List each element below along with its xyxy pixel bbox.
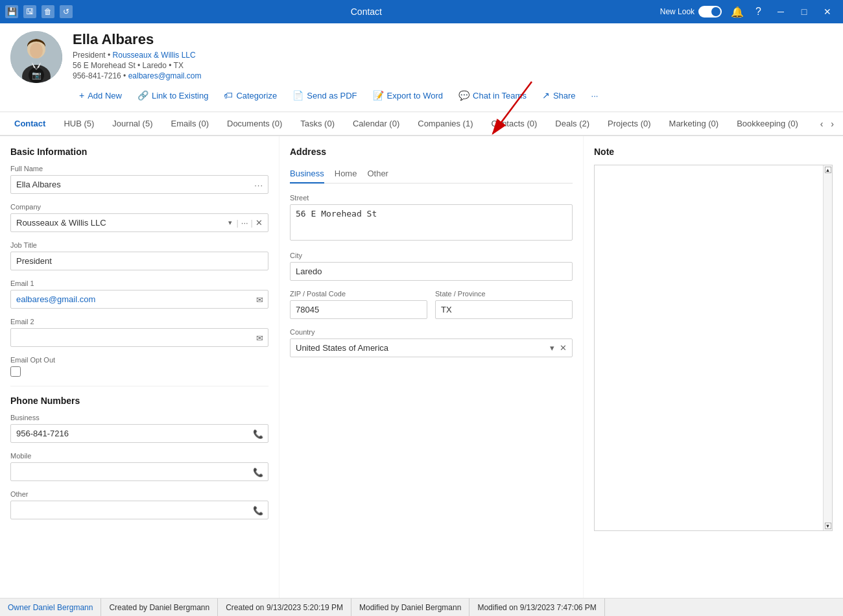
addr-tab-home[interactable]: Home	[335, 165, 357, 184]
full-name-input[interactable]	[10, 175, 268, 194]
status-modified-by: Modified by Daniel Bergmann	[351, 598, 469, 616]
tab-hub[interactable]: HUB (5)	[54, 112, 103, 136]
contact-info: Ella Albares President • Rousseaux & Wil…	[73, 31, 833, 104]
zip-field: ZIP / Postal Code	[290, 290, 427, 319]
tab-bookkeeping[interactable]: Bookkeeping (0)	[728, 112, 807, 136]
more-button[interactable]: ···	[585, 88, 605, 104]
maximize-button[interactable]: □	[794, 5, 814, 18]
tab-tasks[interactable]: Tasks (0)	[291, 112, 344, 136]
email1-input[interactable]	[10, 290, 268, 309]
state-label: State / Province	[435, 290, 573, 298]
city-input[interactable]	[290, 262, 573, 281]
export-to-word-label: Export to Word	[387, 91, 443, 101]
addr-tab-business[interactable]: Business	[290, 165, 324, 184]
note-scrollbar[interactable]: ▲ ▼	[823, 165, 832, 530]
link-to-existing-button[interactable]: 🔗 Link to Existing	[131, 87, 215, 104]
scroll-up-arrow[interactable]: ▲	[825, 167, 831, 173]
note-input[interactable]	[595, 165, 832, 528]
contact-title-company: President • Rousseaux & Willis LLC	[73, 51, 833, 60]
title-bar-right: New Look 🔔 ? ─ □ ✕	[660, 5, 838, 19]
other-phone-input[interactable]	[10, 501, 268, 519]
tab-documents[interactable]: Documents (0)	[218, 112, 291, 136]
company-divider2: |	[251, 218, 253, 228]
link-to-existing-label: Link to Existing	[152, 91, 208, 101]
contact-actions: + Add New 🔗 Link to Existing 🏷 Categoriz…	[73, 87, 833, 104]
company-clear-icon[interactable]: ✕	[255, 218, 263, 228]
contact-email-link[interactable]: ealbares@gmail.com	[128, 71, 202, 80]
business-phone-icon[interactable]: 📞	[253, 429, 263, 438]
company-label: Company	[10, 203, 268, 211]
addr-tab-other[interactable]: Other	[367, 165, 388, 184]
contact-header: 📷 Ella Albares President • Rousseaux & W…	[0, 23, 843, 112]
help-icon[interactable]: ?	[753, 5, 764, 19]
tab-projects[interactable]: Projects (0)	[599, 112, 659, 136]
camera-icon[interactable]: 📷	[29, 67, 44, 83]
contact-company-link[interactable]: Rousseaux & Willis LLC	[113, 51, 196, 60]
chat-in-teams-button[interactable]: 💬 Chat in Teams	[452, 87, 533, 104]
panel-note: Note ▲ ▼	[584, 136, 843, 598]
tab-journal[interactable]: Journal (5)	[103, 112, 161, 136]
zip-label: ZIP / Postal Code	[290, 290, 427, 298]
email2-label: Email 2	[10, 318, 268, 326]
tab-contacts[interactable]: Contacts (0)	[482, 112, 547, 136]
company-field: Company ▾ | ··· | ✕	[10, 203, 268, 232]
email1-send-icon[interactable]: ✉	[256, 294, 263, 304]
job-title-label: Job Title	[10, 241, 268, 249]
country-value: United States of America	[296, 343, 388, 353]
add-new-button[interactable]: + Add New	[73, 87, 128, 104]
new-look-label: New Look	[660, 7, 695, 16]
company-divider: |	[236, 218, 238, 228]
avatar-container: 📷	[10, 31, 62, 83]
zip-input[interactable]	[290, 300, 427, 319]
country-input-wrap: United States of America ▾ ✕	[290, 338, 573, 357]
export-to-word-button[interactable]: 📝 Export to Word	[366, 87, 449, 104]
notifications-icon[interactable]: 🔔	[728, 5, 746, 19]
new-look-switch[interactable]	[698, 6, 722, 18]
delete-icon[interactable]: 🗑	[42, 5, 54, 18]
full-name-field: Full Name ···	[10, 165, 268, 194]
phone-numbers-title: Phone Numbers	[10, 396, 268, 406]
save-as-icon[interactable]: 🖫	[23, 5, 36, 18]
owner-link[interactable]: Owner Daniel Bergmann	[8, 603, 93, 612]
status-created-on: Created on 9/13/2023 5:20:19 PM	[218, 598, 351, 616]
share-button[interactable]: ↗ Share	[536, 87, 582, 104]
country-chevron-icon[interactable]: ▾	[550, 343, 554, 353]
other-phone-icon[interactable]: 📞	[253, 505, 263, 515]
tab-deals[interactable]: Deals (2)	[546, 112, 599, 136]
job-title-input[interactable]	[10, 252, 268, 270]
more-label: ···	[591, 91, 599, 101]
mobile-phone-icon[interactable]: 📞	[253, 467, 263, 477]
country-clear-icon[interactable]: ✕	[560, 343, 567, 353]
company-chevron-icon[interactable]: ▾	[227, 219, 233, 227]
minimize-button[interactable]: ─	[770, 5, 791, 18]
company-dots-icon[interactable]: ···	[241, 218, 248, 228]
tab-marketing[interactable]: Marketing (0)	[660, 112, 728, 136]
email2-send-icon[interactable]: ✉	[256, 333, 263, 342]
refresh-icon[interactable]: ↺	[60, 5, 73, 18]
tab-prev-arrow[interactable]: ‹	[816, 113, 827, 134]
scroll-down-arrow[interactable]: ▼	[825, 523, 831, 529]
state-input[interactable]	[435, 300, 573, 319]
chat-teams-label: Chat in Teams	[473, 91, 527, 101]
business-phone-wrap: 📞	[10, 424, 268, 443]
full-name-dots-icon[interactable]: ···	[254, 180, 263, 189]
mobile-phone-input[interactable]	[10, 462, 268, 481]
company-input[interactable]	[16, 214, 227, 231]
tab-calendar[interactable]: Calendar (0)	[344, 112, 409, 136]
tab-next-arrow[interactable]: ›	[827, 113, 838, 134]
tab-emails[interactable]: Emails (0)	[161, 112, 218, 136]
categorize-button[interactable]: 🏷 Categorize	[217, 87, 283, 104]
close-button[interactable]: ✕	[817, 5, 838, 18]
email2-input[interactable]	[10, 328, 268, 347]
tab-companies[interactable]: Companies (1)	[409, 112, 482, 136]
email-opt-out-checkbox[interactable]	[10, 366, 21, 377]
tab-contact[interactable]: Contact	[5, 112, 54, 136]
panel-basic-info: Basic Information Full Name ··· Company …	[0, 136, 279, 598]
status-bar: Owner Daniel Bergmann Created by Daniel …	[0, 598, 843, 616]
send-as-pdf-button[interactable]: 📄 Send as PDF	[286, 87, 363, 104]
street-input[interactable]: 56 E Morehead St	[290, 204, 573, 241]
business-phone-input[interactable]	[10, 424, 268, 443]
email1-input-wrap: ✉	[10, 290, 268, 309]
save-icon[interactable]: 💾	[5, 5, 18, 18]
word-icon: 📝	[373, 90, 384, 101]
